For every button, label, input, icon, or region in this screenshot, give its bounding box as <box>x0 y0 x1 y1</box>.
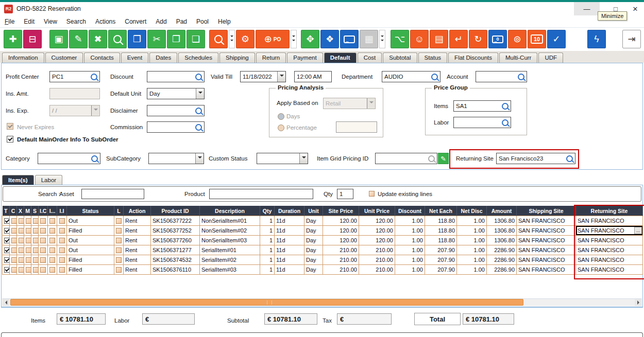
combo-dropdown-button[interactable] <box>196 88 204 99</box>
tab-labor[interactable]: Labor <box>35 175 62 185</box>
copy-button[interactable]: ❐ <box>167 30 185 48</box>
flag-checkbox[interactable] <box>11 228 17 234</box>
qty-cell[interactable]: 1 <box>260 265 275 275</box>
action-cell[interactable]: Rent <box>124 245 151 255</box>
account-field[interactable] <box>476 71 527 82</box>
site-price-cell[interactable]: 120.00 <box>323 236 359 245</box>
flag-checkbox[interactable] <box>11 257 17 263</box>
unit-price-cell[interactable]: 210.00 <box>359 265 395 275</box>
column-header[interactable]: T <box>3 206 10 216</box>
table-row[interactable]: Out Rent SK1506377222 NonSerialItem#01 1… <box>3 216 643 226</box>
flag-checkbox[interactable] <box>116 228 122 234</box>
tab[interactable]: Dates <box>149 52 177 63</box>
action-cell[interactable]: Rent <box>124 226 151 236</box>
close-button[interactable]: ✕ <box>628 2 643 15</box>
flag-checkbox[interactable] <box>49 247 55 253</box>
tab[interactable]: Status <box>418 52 448 63</box>
returning-site-cell[interactable]: SAN FRANCISCO... <box>576 245 643 255</box>
net-disc-cell[interactable]: 1.00 <box>457 255 487 265</box>
product-input[interactable] <box>209 189 313 199</box>
row-select-checkbox[interactable] <box>4 257 10 263</box>
product-id-cell[interactable]: SK1506377222 <box>151 216 200 226</box>
flag-checkbox[interactable] <box>59 218 65 224</box>
column-header[interactable]: Action <box>124 206 151 216</box>
tab[interactable]: Customer <box>45 52 83 63</box>
flag-checkbox[interactable] <box>11 247 17 253</box>
flag-checkbox[interactable] <box>59 257 65 263</box>
date-dropdown-button[interactable] <box>277 72 285 82</box>
site-price-cell[interactable]: 120.00 <box>323 216 359 226</box>
menu-item[interactable]: Pad <box>172 18 192 25</box>
flag-checkbox[interactable] <box>26 238 31 243</box>
column-header[interactable]: S <box>31 206 39 216</box>
duration-cell[interactable]: 11d <box>275 236 304 245</box>
unit-cell[interactable]: Day <box>304 236 323 245</box>
qty-cell[interactable]: 1 <box>260 226 275 236</box>
vault-button[interactable]: 10 <box>528 30 546 48</box>
org-chart-button[interactable]: ⌥ <box>391 30 409 48</box>
returning-site-cell[interactable]: SAN FRANCISCO... <box>576 216 643 226</box>
amount-cell[interactable]: 2286.90 <box>487 255 517 265</box>
price-group-items-field[interactable]: SA1 <box>453 100 511 112</box>
column-header[interactable]: M <box>24 206 31 216</box>
flag-checkbox[interactable] <box>33 238 39 243</box>
shipping-site-cell[interactable]: SAN FRANCISCO <box>517 265 576 275</box>
column-header[interactable]: Qty <box>260 206 275 216</box>
qty-cell[interactable]: 1 <box>260 255 275 265</box>
flag-checkbox[interactable] <box>19 267 24 273</box>
net-disc-cell[interactable]: 1.00 <box>457 226 487 236</box>
item-grid-pricing-id-field[interactable] <box>375 153 437 164</box>
default-mainorder-checkbox[interactable] <box>7 136 13 143</box>
comments-button[interactable] <box>340 30 359 48</box>
tab[interactable]: Cost <box>358 52 382 63</box>
flag-checkbox[interactable] <box>49 218 55 224</box>
flag-checkbox[interactable] <box>40 238 46 243</box>
flag-checkbox[interactable] <box>19 247 24 253</box>
column-header[interactable]: X <box>17 206 24 216</box>
amount-cell[interactable]: 2286.90 <box>487 265 517 275</box>
product-id-cell[interactable]: SK1506377260 <box>151 236 200 245</box>
column-header[interactable]: Duration <box>275 206 304 216</box>
combo-dropdown-button[interactable] <box>299 153 308 164</box>
tab[interactable]: Flat Discounts <box>448 52 498 63</box>
unit-cell[interactable]: Day <box>304 265 323 275</box>
menu-item[interactable]: Add <box>151 18 171 25</box>
combo-dropdown-button[interactable] <box>195 153 204 164</box>
scroll-right-button[interactable] <box>635 299 642 306</box>
amount-cell[interactable]: 1306.80 <box>487 216 517 226</box>
table-row[interactable]: Filled Rent SK1506374532 SerialItem#02 1… <box>3 255 643 265</box>
flag-checkbox[interactable] <box>33 247 39 253</box>
row-select-checkbox[interactable] <box>4 247 10 253</box>
qty-cell[interactable]: 1 <box>260 236 275 245</box>
tab-items[interactable]: Item(s) <box>2 175 34 185</box>
edit-pricing-button[interactable]: ✎ <box>438 153 449 164</box>
return-button[interactable]: ↵ <box>449 30 468 48</box>
action-cell[interactable]: Rent <box>124 265 151 275</box>
duration-cell[interactable]: 11d <box>275 245 304 255</box>
tab[interactable]: Subtotal <box>383 52 417 63</box>
flag-checkbox[interactable] <box>26 257 31 263</box>
status-cell[interactable]: Out <box>67 245 114 255</box>
search-icon[interactable] <box>502 119 509 126</box>
customer-button[interactable]: ☺ <box>410 30 429 48</box>
delivery-truck-button[interactable]: ✓ <box>547 30 566 48</box>
amount-cell[interactable]: 2286.90 <box>487 245 517 255</box>
returning-site-cell[interactable]: SAN FRANCISCO... <box>576 226 643 236</box>
qty-input[interactable]: 1 <box>337 189 353 199</box>
edit-button[interactable]: ✎ <box>69 30 88 48</box>
flag-checkbox[interactable] <box>59 267 65 273</box>
flag-checkbox[interactable] <box>40 267 46 273</box>
search-button[interactable] <box>108 30 127 48</box>
menu-item[interactable]: Edit <box>19 18 39 25</box>
column-header[interactable]: Site Price <box>323 206 359 216</box>
row-select-checkbox[interactable] <box>4 238 10 243</box>
print-button[interactable]: ⊟ <box>23 30 42 48</box>
delete-button[interactable]: ✖ <box>89 30 107 48</box>
column-header[interactable]: Status <box>67 206 114 216</box>
tab[interactable]: Default <box>324 52 357 63</box>
ellipsis-button[interactable]: ... <box>634 227 642 234</box>
description-cell[interactable]: NonSerialItem#03 <box>200 236 260 245</box>
flag-checkbox[interactable] <box>49 238 55 243</box>
description-cell[interactable]: NonSerialItem#02 <box>200 226 260 236</box>
net-disc-cell[interactable]: 1.00 <box>457 265 487 275</box>
